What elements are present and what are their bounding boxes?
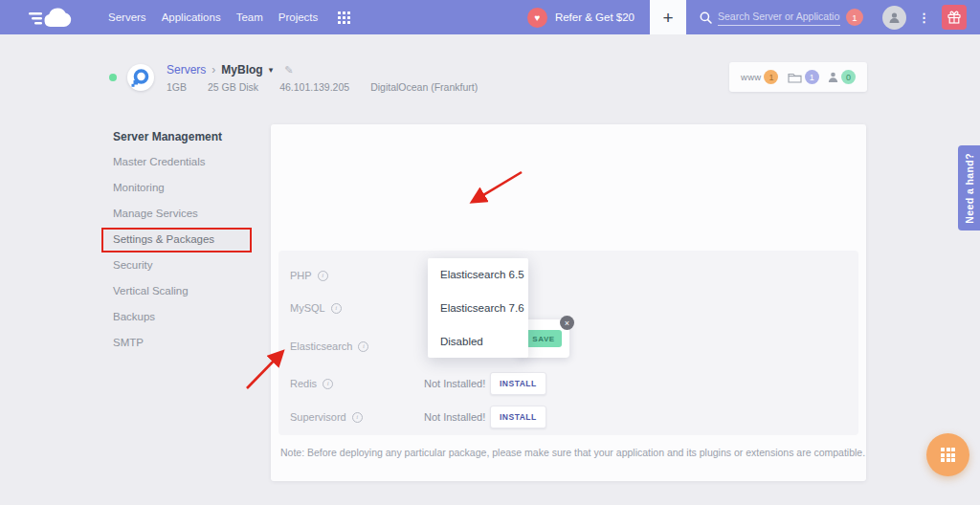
server-dropdown-caret-icon[interactable]: ▾ [269, 65, 274, 75]
package-row-php: PHP i [278, 264, 858, 287]
server-ram: 1GB [167, 81, 187, 93]
gift-icon [947, 10, 962, 25]
grid-icon [941, 448, 955, 462]
quick-actions-fab[interactable] [926, 433, 969, 476]
person-icon [828, 72, 838, 83]
info-icon[interactable]: i [323, 379, 333, 389]
sidebar-item-backups[interactable]: Backups [102, 303, 260, 329]
breadcrumb-servers-link[interactable]: Servers [167, 63, 206, 77]
save-button[interactable]: SAVE [525, 330, 562, 347]
sidebar-item-master-credentials[interactable]: Master Credentials [102, 148, 260, 174]
settings-panel: SETTINGS & PACKAGES Manage various serve… [271, 124, 866, 481]
server-specs: 1GB 25 GB Disk 46.101.139.205 DigitalOce… [167, 81, 499, 93]
refer-button[interactable]: ♥ Refer & Get $20 [527, 8, 635, 28]
dropdown-option-elasticsearch-65[interactable]: Elasticsearch 6.5 [428, 258, 528, 292]
redis-label: Redis [290, 378, 317, 389]
nav-projects[interactable]: Projects [278, 11, 319, 23]
topbar-left: Servers Applications Team Projects [0, 5, 350, 30]
breadcrumb-separator: › [212, 63, 215, 77]
package-row-supervisord: Supervisord i Not Installed! INSTALL [278, 406, 858, 428]
supervisord-install-button[interactable]: INSTALL [490, 406, 546, 428]
rename-server-icon[interactable]: ✎ [284, 64, 293, 77]
server-counters-panel: www 1 1 0 [729, 62, 867, 92]
sidebar-item-settings-packages[interactable]: Settings & Packages [102, 228, 248, 250]
search-input[interactable] [718, 9, 840, 26]
info-icon[interactable]: i [352, 412, 363, 423]
nav-servers[interactable]: Servers [108, 11, 146, 23]
www-label: www [741, 72, 761, 82]
cloudways-logo[interactable] [29, 5, 77, 30]
www-count-badge: 1 [764, 70, 778, 84]
server-name[interactable]: MyBlog [221, 63, 262, 77]
dropdown-option-disabled[interactable]: Disabled [428, 324, 528, 358]
server-provider: DigitalOcean (Frankfurt) [370, 81, 478, 93]
compatibility-note: Note: Before deploying any particular pa… [280, 447, 865, 458]
topbar-right: ♥ Refer & Get $20 + 1 ⋮ [527, 0, 980, 34]
dropdown-option-elasticsearch-76[interactable]: Elasticsearch 7.6 [428, 292, 528, 325]
need-a-hand-tab[interactable]: Need a hand? [958, 145, 980, 231]
sidebar: Server Management Master Credentials Mon… [102, 125, 260, 355]
server-status-dot [109, 74, 117, 81]
info-icon[interactable]: i [358, 341, 368, 352]
sidebar-item-monitoring[interactable]: Monitoring [102, 174, 260, 200]
package-row-redis: Redis i Not Installed! INSTALL [278, 372, 858, 395]
notification-badge[interactable]: 1 [846, 9, 863, 26]
team-counter[interactable]: 0 [828, 70, 856, 84]
redis-install-button[interactable]: INSTALL [490, 372, 546, 395]
supervisord-label: Supervisord [290, 411, 346, 423]
team-count-badge: 0 [841, 70, 856, 84]
folder-icon [788, 72, 802, 83]
search-icon [700, 11, 712, 24]
sidebar-item-security[interactable]: Security [102, 252, 260, 277]
heart-icon: ♥ [527, 8, 547, 28]
close-icon[interactable]: × [560, 316, 574, 330]
topbar: Servers Applications Team Projects ♥ Ref… [0, 0, 980, 34]
sidebar-item-vertical-scaling[interactable]: Vertical Scaling [102, 277, 260, 303]
redis-status: Not Installed! [424, 378, 485, 389]
sidebar-item-smtp[interactable]: SMTP [102, 329, 260, 355]
www-counter[interactable]: www 1 [741, 70, 778, 84]
info-icon[interactable]: i [318, 271, 328, 281]
nav-team[interactable]: Team [236, 11, 263, 23]
elasticsearch-label: Elasticsearch [290, 340, 352, 352]
add-new-button[interactable]: + [650, 0, 686, 34]
supervisord-status: Not Installed! [424, 411, 485, 423]
sidebar-title: Server Management [102, 125, 260, 148]
digitalocean-logo [127, 64, 154, 91]
sidebar-item-manage-services[interactable]: Manage Services [102, 200, 260, 226]
main-nav: Servers Applications Team Projects [108, 11, 318, 23]
php-label: PHP [290, 270, 312, 281]
server-disk: 25 GB Disk [208, 81, 258, 93]
search-box: 1 [700, 9, 863, 26]
app-window: Servers Applications Team Projects ♥ Ref… [0, 0, 980, 505]
refer-label: Refer & Get $20 [555, 11, 635, 23]
kebab-menu-icon[interactable]: ⋮ [914, 11, 934, 25]
apps-count-badge: 1 [805, 70, 819, 84]
apps-grid-icon[interactable] [338, 11, 350, 24]
server-ip: 46.101.139.205 [279, 81, 349, 93]
breadcrumb: Servers › MyBlog ▾ ✎ [167, 63, 293, 77]
avatar[interactable] [882, 6, 906, 30]
elasticsearch-version-dropdown: Elasticsearch 6.5 Elasticsearch 7.6 Disa… [428, 258, 528, 358]
gift-button[interactable] [942, 5, 967, 30]
info-icon[interactable]: i [331, 303, 342, 314]
apps-counter[interactable]: 1 [788, 70, 819, 84]
mysql-label: MySQL [290, 302, 325, 314]
nav-applications[interactable]: Applications [162, 11, 221, 23]
need-a-hand-label: Need a hand? [964, 153, 975, 224]
